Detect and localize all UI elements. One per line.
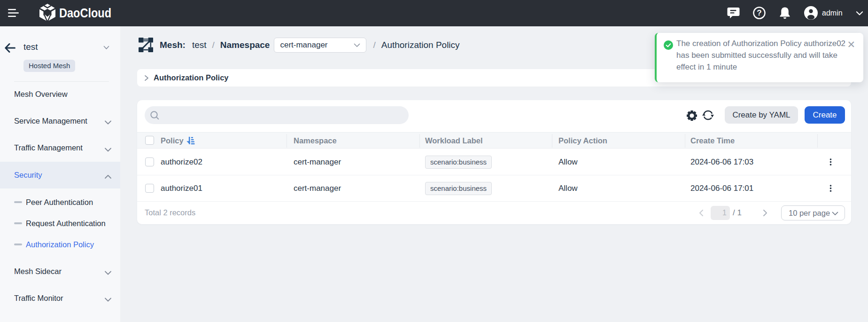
svg-text:?: ?: [757, 8, 761, 17]
